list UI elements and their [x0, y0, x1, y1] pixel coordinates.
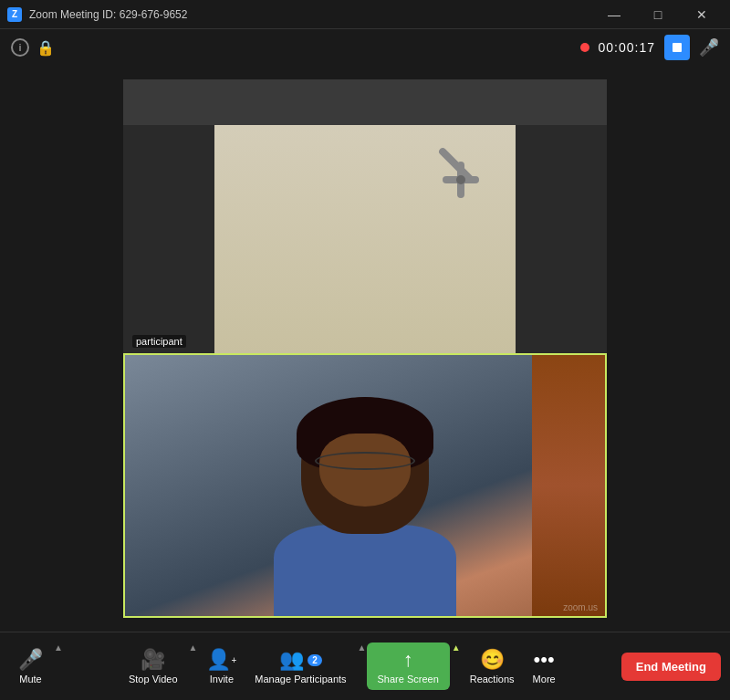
stop-record-button[interactable] — [664, 35, 690, 60]
more-label: More — [533, 674, 556, 684]
maximize-button[interactable]: □ — [637, 0, 679, 29]
person-face — [319, 434, 411, 507]
video-area: participant zoom.us — [0, 66, 730, 632]
toolbar: 🎤 Mute ▲ 🎥 Stop Video ▲ 👤+ Invite 👥2 — [0, 632, 730, 700]
reactions-label: Reactions — [470, 674, 515, 684]
toolbar-left: 🎤 Mute ▲ — [9, 643, 63, 690]
manage-participants-button[interactable]: 👥2 Manage Participants — [245, 643, 355, 690]
title-bar-controls: — □ ✕ — [593, 0, 723, 29]
self-video: zoom.us — [123, 353, 607, 618]
mute-label: Mute — [19, 674, 41, 684]
title-bar: Z Zoom Meeting ID: 629-676-9652 — □ ✕ — [0, 0, 730, 29]
video-ceiling — [123, 79, 607, 125]
person-body — [274, 525, 456, 618]
participants-badge: 2 — [308, 654, 322, 666]
stop-video-label: Stop Video — [129, 674, 178, 684]
mute-group-wrapper: 🎤 Mute ▲ — [9, 643, 63, 690]
more-icon: ••• — [534, 648, 555, 672]
person-head — [301, 397, 429, 534]
video-chevron-icon[interactable]: ▲ — [189, 643, 198, 653]
invite-label: Invite — [210, 674, 234, 684]
top-bar-left: i 🔒 — [11, 38, 55, 57]
top-bar-right: 00:00:17 🎤 — [580, 35, 720, 60]
stop-video-button[interactable]: 🎥 Stop Video — [120, 643, 187, 690]
camera-icon: 🎥 — [141, 648, 165, 672]
main-participant-video: participant — [123, 79, 607, 353]
mute-button[interactable]: 🎤 Mute — [9, 643, 52, 690]
participants-group-wrapper: 👥2 Manage Participants ▲ — [245, 643, 366, 690]
share-chevron-icon[interactable]: ▲ — [452, 643, 461, 653]
zoom-logo: Z — [7, 7, 22, 22]
top-bar: i 🔒 00:00:17 🎤 — [0, 29, 730, 66]
end-meeting-label: End Meeting — [636, 660, 706, 674]
share-screen-label: Share Screen — [378, 674, 439, 684]
minimize-button[interactable]: — — [593, 0, 635, 29]
manage-participants-label: Manage Participants — [255, 674, 346, 684]
invite-button[interactable]: 👤+ Invite — [197, 643, 245, 690]
video-group-wrapper: 🎥 Stop Video ▲ — [120, 643, 198, 690]
end-meeting-button[interactable]: End Meeting — [621, 653, 721, 681]
fan-center — [456, 175, 465, 184]
glasses-frame — [315, 452, 415, 470]
person-glasses — [315, 452, 415, 470]
mute-icon: 🎤 — [18, 648, 43, 672]
invite-icon: 👤+ — [206, 648, 236, 672]
toolbar-center: 🎥 Stop Video ▲ 👤+ Invite 👥2 Manage Parti… — [63, 643, 621, 690]
video-fan — [424, 152, 497, 207]
participants-icon: 👥2 — [279, 648, 322, 672]
reactions-icon: 😊 — [480, 648, 505, 672]
person-silhouette — [237, 379, 493, 616]
stop-icon — [673, 43, 682, 52]
meeting-timer: 00:00:17 — [599, 40, 656, 55]
watermark: zoom.us — [563, 602, 598, 612]
close-button[interactable]: ✕ — [681, 0, 723, 29]
mic-top-icon[interactable]: 🎤 — [699, 37, 719, 57]
info-icon[interactable]: i — [11, 38, 29, 57]
lock-icon: 🔒 — [36, 39, 55, 57]
title-text: Zoom Meeting ID: 629-676-9652 — [29, 8, 187, 21]
share-icon: ↑ — [403, 648, 413, 672]
door-decoration — [532, 355, 605, 616]
participants-chevron-icon[interactable]: ▲ — [358, 643, 367, 653]
participant-name: participant — [132, 335, 186, 348]
reactions-button[interactable]: 😊 Reactions — [461, 643, 524, 690]
record-indicator — [580, 43, 589, 52]
toolbar-right: End Meeting — [621, 653, 721, 681]
mute-chevron-icon[interactable]: ▲ — [54, 643, 63, 653]
more-button[interactable]: ••• More — [524, 643, 565, 690]
share-screen-button[interactable]: ↑ Share Screen — [367, 643, 450, 690]
share-group-wrapper: ↑ Share Screen ▲ — [367, 643, 461, 690]
title-bar-left: Z Zoom Meeting ID: 629-676-9652 — [7, 7, 187, 22]
